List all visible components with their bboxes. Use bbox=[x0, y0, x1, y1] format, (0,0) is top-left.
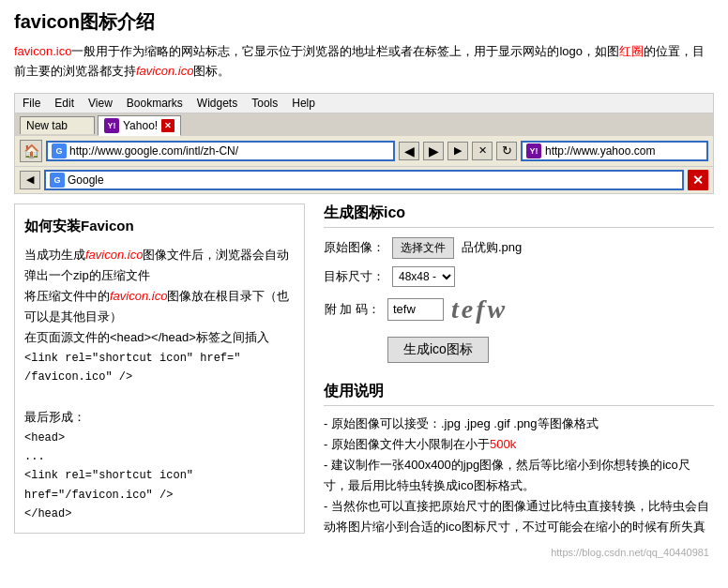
menu-file[interactable]: File bbox=[23, 97, 40, 110]
nav-stop-btn[interactable]: ✕ bbox=[472, 142, 493, 160]
arrow-left-icon: ◀ bbox=[404, 143, 415, 158]
filename-text: 品优购.png bbox=[462, 239, 522, 256]
tab-bar: New tab Y! Yahoo! ✕ bbox=[15, 113, 713, 136]
nav-refresh-btn[interactable]: ↻ bbox=[496, 142, 517, 160]
right-panel: 生成图标ico 原始图像： 选择文件 品优购.png 目标尺寸： 48x48 - bbox=[324, 204, 714, 538]
second-address-row: ◀ G Google ✕ bbox=[15, 167, 713, 193]
page-description: favicon.ico一般用于作为缩略的网站标志，它显示位于浏览器的地址栏或者在… bbox=[14, 42, 714, 82]
generate-title: 生成图标ico bbox=[324, 204, 714, 228]
nav-forward2-btn[interactable]: ▶ bbox=[447, 142, 468, 160]
page-title: favicon图标介绍 bbox=[14, 9, 714, 35]
address-url-text: http://www.google.com/intl/zh-CN/ bbox=[69, 144, 238, 158]
generate-btn-area: 生成ico图标 bbox=[387, 332, 489, 368]
size-select[interactable]: 48x48 - bbox=[392, 266, 455, 287]
install-desc2: 将压缩文件中的favicon.ico图像放在根目录下（也可以是其他目录） bbox=[24, 286, 295, 327]
search-close-button[interactable]: ✕ bbox=[688, 170, 708, 190]
source-image-row: 原始图像： 选择文件 品优购.png bbox=[324, 237, 714, 259]
desc-favicon-text: favicon.ico bbox=[14, 44, 71, 58]
install-code3: ... bbox=[24, 447, 295, 466]
stop-icon: ✕ bbox=[478, 144, 487, 157]
menu-tools[interactable]: Tools bbox=[251, 97, 278, 110]
address-bar-row: 🏠 G http://www.google.com/intl/zh-CN/ ◀ … bbox=[15, 136, 713, 167]
captcha-display: tefw bbox=[451, 294, 508, 324]
install-code2: <head> bbox=[24, 429, 295, 447]
left-panel: 如何安装Favicon 当成功生成favicon.ico图像文件后，浏览器会自动… bbox=[14, 204, 305, 538]
size-limit-text: 500k bbox=[490, 437, 516, 451]
google-favicon2-icon: G bbox=[50, 173, 65, 188]
install-title: 如何安装Favicon bbox=[24, 214, 295, 238]
arrow-left2-icon: ◀ bbox=[26, 173, 34, 186]
usage-title: 使用说明 bbox=[324, 382, 714, 406]
arrow-right-icon: ▶ bbox=[429, 143, 439, 158]
usage-item-4: - 当然你也可以直接把原始尺寸的图像通过比特虫直接转换，比特虫会自动将图片缩小到… bbox=[324, 496, 714, 537]
menu-bar: File Edit View Bookmarks Widgets Tools H… bbox=[15, 94, 713, 113]
browser-mockup: File Edit View Bookmarks Widgets Tools H… bbox=[14, 93, 714, 194]
target-size-row: 目标尺寸： 48x48 - bbox=[324, 266, 714, 287]
generate-section: 生成图标ico 原始图像： 选择文件 品优购.png 目标尺寸： 48x48 - bbox=[324, 204, 714, 368]
generate-btn-row: 生成ico图标 bbox=[324, 332, 714, 368]
tab-close-btn[interactable]: ✕ bbox=[161, 119, 174, 132]
tab-new[interactable]: New tab bbox=[20, 116, 95, 134]
menu-help[interactable]: Help bbox=[292, 97, 315, 110]
favicon-italic2: favicon.ico bbox=[110, 289, 167, 303]
install-desc3: 在页面源文件的<head></head>标签之间插入 bbox=[24, 327, 295, 348]
captcha-label: 附 加 码： bbox=[324, 301, 380, 318]
install-code5: </head> bbox=[24, 505, 295, 523]
yahoo-favicon-icon: Y! bbox=[104, 118, 119, 133]
captcha-row: 附 加 码： tefw bbox=[324, 294, 714, 324]
usage-item-2: - 原始图像文件大小限制在小于500k bbox=[324, 434, 714, 455]
install-desc4: 最后形成： bbox=[24, 407, 295, 428]
google-search-text: Google bbox=[68, 173, 104, 187]
page-container: favicon图标介绍 favicon.ico一般用于作为缩略的网站标志，它显示… bbox=[0, 0, 728, 567]
source-label: 原始图像： bbox=[324, 239, 385, 256]
install-desc1: 当成功生成favicon.ico图像文件后，浏览器会自动弹出一个zip的压缩文件 bbox=[24, 245, 295, 286]
captcha-input[interactable] bbox=[387, 298, 444, 321]
address-favicon-icon: G bbox=[52, 143, 67, 158]
watermark: https://blog.csdn.net/qq_40440981 bbox=[14, 547, 714, 558]
usage-item-1: - 原始图像可以接受：.jpg .jpeg .gif .png等图像格式 bbox=[324, 414, 714, 434]
usage-section: 使用说明 - 原始图像可以接受：.jpg .jpeg .gif .png等图像格… bbox=[324, 382, 714, 538]
usage-list: - 原始图像可以接受：.jpg .jpeg .gif .png等图像格式 - 原… bbox=[324, 414, 714, 538]
size-label: 目标尺寸： bbox=[324, 268, 385, 285]
tab-new-label: New tab bbox=[26, 119, 68, 132]
install-code4: <link rel="shortcut icon" href="/favicon… bbox=[24, 466, 295, 505]
menu-bookmarks[interactable]: Bookmarks bbox=[127, 97, 183, 110]
nav-back-btn[interactable]: ◀ bbox=[399, 142, 419, 160]
nav-forward-btn[interactable]: ▶ bbox=[423, 142, 444, 160]
address-box[interactable]: G http://www.google.com/intl/zh-CN/ bbox=[46, 141, 395, 161]
tab-yahoo[interactable]: Y! Yahoo! ✕ bbox=[98, 115, 181, 136]
generate-button[interactable]: 生成ico图标 bbox=[387, 337, 489, 363]
desc-red-circle-text: 红圈 bbox=[619, 44, 644, 58]
install-box: 如何安装Favicon 当成功生成favicon.ico图像文件后，浏览器会自动… bbox=[14, 204, 305, 535]
menu-edit[interactable]: Edit bbox=[54, 97, 74, 110]
yahoo-address-box[interactable]: Y! http://www.yahoo.com bbox=[521, 141, 708, 161]
menu-widgets[interactable]: Widgets bbox=[197, 97, 237, 110]
install-code1: <link rel="shortcut icon" href=" /favico… bbox=[24, 349, 295, 387]
favicon-italic1: favicon.ico bbox=[85, 248, 143, 262]
choose-file-button[interactable]: 选择文件 bbox=[392, 237, 454, 259]
back-btn2[interactable]: ◀ bbox=[20, 171, 40, 189]
tab-yahoo-label: Yahoo! bbox=[123, 119, 158, 132]
yahoo-favicon2-icon: Y! bbox=[526, 143, 541, 158]
google-search-box[interactable]: G Google bbox=[44, 170, 684, 190]
refresh-icon: ↻ bbox=[502, 143, 512, 158]
yahoo-address-text: http://www.yahoo.com bbox=[545, 144, 655, 158]
usage-item-3: - 建议制作一张400x400的jpg图像，然后等比缩小到你想转换的ico尺寸，… bbox=[324, 455, 714, 496]
home-button[interactable]: 🏠 bbox=[20, 140, 42, 162]
main-content: 如何安装Favicon 当成功生成favicon.ico图像文件后，浏览器会自动… bbox=[14, 204, 714, 538]
arrow-right2-icon: ▶ bbox=[454, 144, 462, 157]
menu-view[interactable]: View bbox=[88, 97, 113, 110]
desc-favicon-italic: favicon.ico bbox=[136, 64, 193, 78]
